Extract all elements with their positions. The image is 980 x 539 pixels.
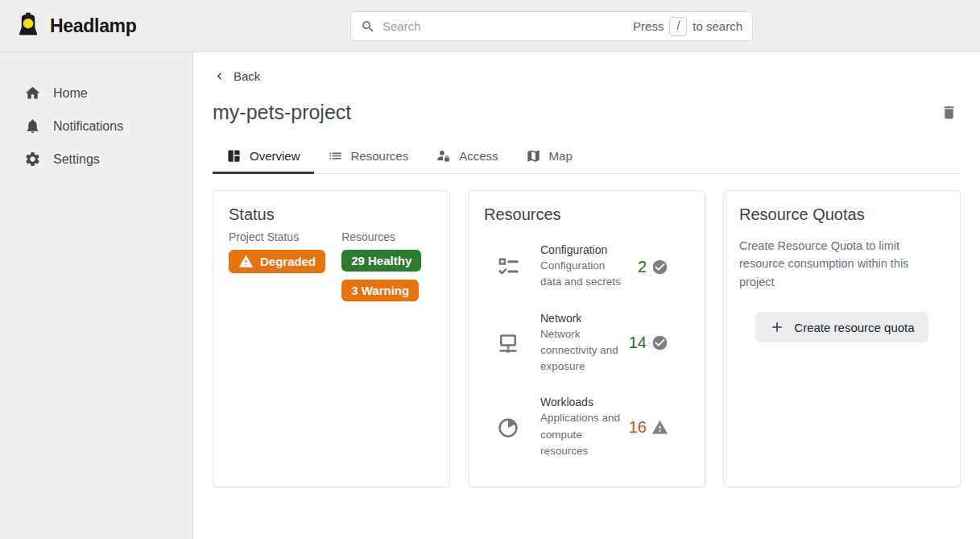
list-icon — [328, 148, 343, 164]
sidebar-item-notifications[interactable]: Notifications — [0, 110, 192, 143]
quotas-description: Create Resource Quota to limit resource … — [739, 237, 945, 291]
slash-key-badge: / — [669, 17, 687, 36]
network-icon — [496, 331, 520, 355]
resource-name: Network — [540, 312, 629, 325]
home-icon — [24, 85, 41, 102]
page-title: my-pets-project — [213, 101, 351, 124]
healthy-count-badge: 29 Healthy — [341, 250, 421, 272]
tab-resources[interactable]: Resources — [314, 141, 423, 173]
sidebar-item-label: Settings — [53, 152, 100, 167]
resources-card: Resources Configuration — [468, 190, 705, 487]
warning-icon — [238, 254, 254, 269]
back-button[interactable]: Back — [213, 69, 260, 83]
resource-row-configuration[interactable]: Configuration Configuration data and sec… — [484, 243, 689, 291]
trash-icon — [941, 104, 957, 121]
delete-project-button[interactable] — [937, 101, 961, 124]
check-circle-icon — [651, 334, 668, 351]
resource-count: 14 — [629, 334, 647, 352]
project-status-column: Project Status Degraded — [229, 230, 325, 301]
project-tabs: Overview Resources Access — [213, 141, 961, 174]
tab-map[interactable]: Map — [512, 141, 586, 173]
badge-label: 29 Healthy — [351, 254, 411, 267]
plus-icon — [769, 319, 785, 335]
search-shortcut-hint: Press / to search — [633, 17, 742, 36]
resource-name: Workloads — [540, 396, 629, 408]
create-resource-quota-button[interactable]: Create resource quota — [755, 312, 928, 342]
global-search[interactable]: Press / to search — [350, 11, 753, 41]
resource-count: 16 — [629, 418, 647, 437]
search-input[interactable] — [382, 19, 633, 33]
hint-suffix-text: to search — [693, 19, 742, 33]
status-card: Status Project Status Degraded Resources — [213, 190, 450, 487]
resources-status-column: Resources 29 Healthy 3 Warning — [341, 230, 421, 301]
resource-row-workloads[interactable]: Workloads Applications and compute resou… — [484, 396, 689, 459]
bell-icon — [24, 118, 41, 135]
search-icon — [361, 19, 375, 34]
map-icon — [526, 148, 541, 164]
button-label: Create resource quota — [794, 321, 914, 334]
warning-triangle-icon — [651, 419, 668, 436]
project-status-label: Project Status — [229, 230, 325, 243]
tab-label: Access — [459, 149, 498, 163]
sidebar-item-settings[interactable]: Settings — [0, 143, 192, 176]
resource-description: Configuration data and secrets — [540, 258, 629, 291]
resource-row-network[interactable]: Network Network connectivity and exposur… — [484, 312, 689, 375]
tab-label: Overview — [250, 149, 300, 163]
top-app-bar: Headlamp Press / to search — [0, 0, 980, 52]
tab-label: Map — [549, 149, 573, 163]
sidebar-item-label: Home — [53, 86, 88, 101]
gear-icon — [24, 151, 41, 168]
sidebar: Home Notifications Settings — [0, 52, 193, 539]
main-content: Back my-pets-project Overview — [193, 52, 980, 539]
quotas-card-title: Resource Quotas — [739, 205, 945, 224]
resource-name: Configuration — [540, 243, 629, 256]
resource-quotas-card: Resource Quotas Create Resource Quota to… — [723, 190, 961, 487]
warning-count-badge: 3 Warning — [341, 280, 419, 301]
back-label: Back — [234, 69, 260, 83]
degraded-status-badge: Degraded — [229, 250, 325, 273]
resources-card-title: Resources — [484, 205, 689, 224]
resource-description: Network connectivity and exposure — [540, 326, 629, 375]
checklist-icon — [496, 255, 520, 279]
sidebar-item-label: Notifications — [53, 119, 123, 134]
sidebar-item-home[interactable]: Home — [0, 77, 192, 110]
tab-label: Resources — [351, 149, 409, 163]
tab-access[interactable]: Access — [422, 141, 511, 173]
dashboard-icon — [226, 148, 242, 164]
headlamp-logo-icon — [14, 12, 42, 39]
resource-count: 2 — [638, 258, 647, 276]
badge-label: 3 Warning — [351, 284, 409, 297]
badge-label: Degraded — [260, 255, 316, 268]
resource-description: Applications and compute resources — [540, 410, 629, 459]
tab-overview[interactable]: Overview — [213, 141, 314, 173]
pie-chart-icon — [496, 416, 520, 440]
chevron-left-icon — [213, 69, 226, 83]
resources-label: Resources — [341, 230, 421, 243]
person-lock-icon — [436, 148, 451, 164]
app-title: Headlamp — [50, 15, 137, 37]
hint-press-text: Press — [633, 19, 664, 33]
brand[interactable]: Headlamp — [14, 12, 137, 39]
check-circle-icon — [651, 259, 668, 276]
status-card-title: Status — [229, 205, 434, 224]
